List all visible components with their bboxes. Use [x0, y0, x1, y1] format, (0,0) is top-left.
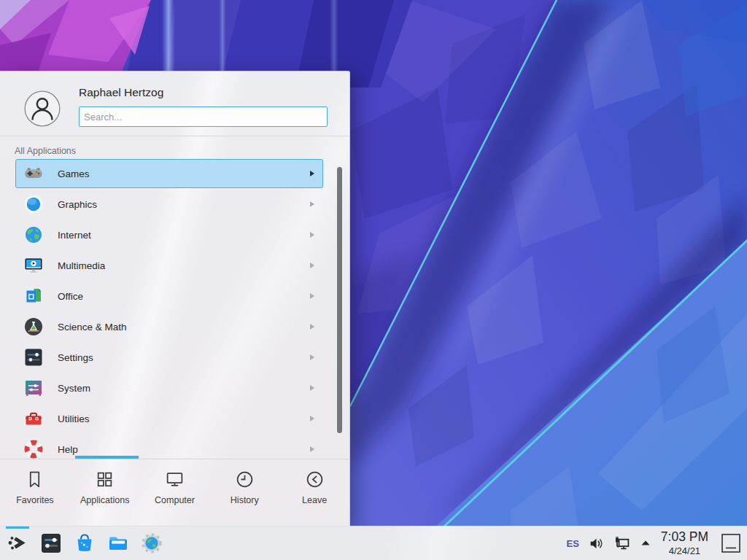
category-label: Multimedia	[58, 260, 310, 271]
leave-back-icon	[305, 470, 325, 489]
submenu-arrow-icon	[310, 446, 314, 452]
tab-label: Leave	[302, 495, 327, 505]
multimedia-player-icon	[24, 256, 43, 275]
category-label: Games	[58, 168, 310, 179]
taskbar-panel: ES 7:03 PM	[0, 526, 747, 560]
web-browser-button[interactable]	[140, 532, 163, 555]
category-label: System	[58, 383, 310, 394]
tab-favorites[interactable]: Favorites	[0, 459, 70, 526]
clock-date: 4/24/21	[661, 546, 708, 556]
category-label: Help	[58, 444, 310, 455]
system-tray: ES 7:03 PM	[566, 531, 741, 556]
desktop: Raphael Hertzog All Applications Games	[0, 0, 747, 560]
wired-network-icon[interactable]	[614, 535, 630, 552]
category-label: Science & Math	[58, 322, 310, 332]
volume-icon[interactable]	[589, 536, 604, 551]
launcher-tab-bar: Favorites Applications	[0, 459, 349, 526]
clock-time: 7:03 PM	[661, 531, 708, 544]
active-tab-indicator	[75, 456, 139, 459]
tab-label: Computer	[155, 495, 195, 505]
section-label: All Applications	[15, 146, 76, 156]
submenu-arrow-icon	[310, 171, 314, 176]
tab-leave[interactable]: Leave	[279, 459, 349, 526]
submenu-arrow-icon	[310, 354, 314, 360]
graphics-sphere-icon	[24, 195, 43, 214]
category-label: Graphics	[58, 199, 310, 210]
settings-sliders-icon	[24, 348, 43, 367]
submenu-arrow-icon	[310, 416, 314, 421]
tab-computer[interactable]: Computer	[140, 459, 210, 526]
tab-history[interactable]: History	[209, 459, 279, 526]
discover-button[interactable]	[73, 532, 96, 555]
category-row-multimedia[interactable]: Multimedia	[15, 251, 323, 280]
tab-label: Favorites	[16, 495, 53, 505]
show-desktop-button[interactable]	[721, 533, 741, 553]
category-row-science-math[interactable]: Science & Math	[15, 312, 323, 341]
user-avatar-icon[interactable]	[24, 90, 61, 127]
science-flask-icon	[24, 317, 43, 336]
submenu-arrow-icon	[310, 232, 314, 238]
application-launcher-button[interactable]	[6, 532, 29, 555]
category-label: Office	[58, 291, 310, 302]
system-settings-button[interactable]	[39, 532, 63, 555]
favorites-bookmark-icon	[25, 470, 44, 489]
category-list-scrollbar[interactable]	[337, 167, 342, 433]
header-divider	[0, 136, 349, 136]
gamepad-icon	[24, 164, 43, 183]
category-row-internet[interactable]: Internet	[15, 220, 323, 249]
submenu-arrow-icon	[310, 293, 314, 299]
category-label: Settings	[58, 352, 310, 363]
system-settings-icon	[39, 532, 63, 555]
office-documents-icon	[24, 287, 43, 306]
category-row-graphics[interactable]: Graphics	[15, 190, 323, 219]
digital-clock[interactable]: 7:03 PM 4/24/21	[661, 531, 708, 556]
konqueror-globe-icon	[140, 532, 163, 555]
search-input[interactable]	[79, 106, 328, 127]
submenu-arrow-icon	[310, 201, 314, 207]
category-label: Internet	[58, 230, 310, 241]
dolphin-folder-icon	[107, 532, 130, 555]
tab-label: Applications	[80, 495, 129, 505]
category-row-settings[interactable]: Settings	[15, 343, 323, 372]
active-task-indicator	[6, 526, 29, 529]
tab-applications[interactable]: Applications	[70, 459, 140, 526]
applications-grid-icon	[95, 470, 115, 489]
category-row-games[interactable]: Games	[15, 159, 323, 188]
submenu-arrow-icon	[310, 262, 314, 268]
file-manager-button[interactable]	[107, 532, 130, 555]
keyboard-layout-indicator[interactable]: ES	[566, 538, 578, 549]
category-list: Games Graphics	[0, 159, 349, 460]
category-row-utilities[interactable]: Utilities	[15, 404, 323, 433]
user-name: Raphael Hertzog	[79, 86, 163, 99]
utilities-toolbox-icon	[24, 409, 43, 428]
discover-bag-icon	[73, 532, 96, 555]
category-row-help[interactable]: Help	[15, 435, 323, 460]
application-launcher-popup: Raphael Hertzog All Applications Games	[0, 71, 350, 526]
computer-monitor-icon	[165, 470, 185, 489]
kickoff-launcher-icon	[6, 532, 29, 555]
expand-tray-arrow-icon[interactable]	[640, 537, 651, 549]
category-label: Utilities	[58, 413, 310, 424]
submenu-arrow-icon	[310, 324, 314, 330]
taskbar-apps	[6, 532, 163, 555]
help-lifering-icon	[24, 440, 43, 459]
system-sliders-icon	[24, 378, 43, 397]
submenu-arrow-icon	[310, 385, 314, 391]
history-clock-icon	[235, 470, 255, 489]
category-row-system[interactable]: System	[15, 373, 323, 402]
category-row-office[interactable]: Office	[15, 281, 323, 311]
internet-globe-icon	[24, 225, 43, 244]
tab-label: History	[231, 495, 259, 505]
